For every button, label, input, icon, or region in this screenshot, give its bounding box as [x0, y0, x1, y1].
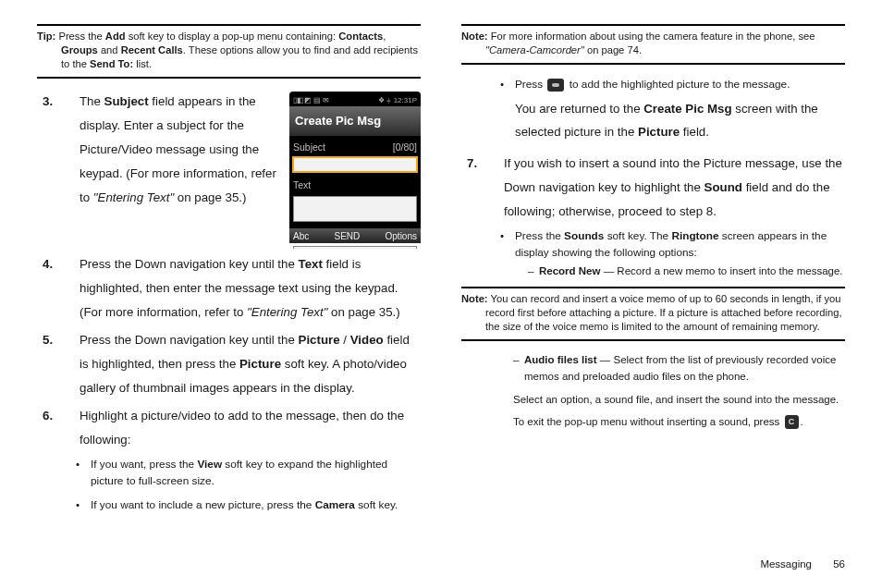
- note-box-1: Note: For more information about using t…: [461, 24, 845, 65]
- phone-picture-area: [293, 246, 417, 249]
- bullet-sounds: Press the Sounds soft key. The Ringtone …: [461, 227, 845, 279]
- phone-text-label: Text: [289, 174, 421, 194]
- option-audio-files: Audio files list — Select from the list …: [461, 352, 845, 385]
- note-lead: Note:: [461, 293, 488, 304]
- note-lead: Note:: [461, 31, 488, 42]
- phone-subject-input: [293, 157, 417, 172]
- bullet-camera: If you want to include a new picture, pr…: [37, 496, 421, 513]
- sounds-options: Record New — Record a new memo to insert…: [476, 263, 845, 279]
- step-number: 7.: [467, 152, 477, 176]
- exit-text: To exit the pop-up menu without insertin…: [461, 414, 845, 431]
- tip-box: Tip: Press the Add soft key to display a…: [37, 24, 421, 79]
- note1-text: Note: For more information about using t…: [461, 30, 845, 57]
- right-column: Note: For more information about using t…: [461, 22, 845, 562]
- page-footer: Messaging 56: [760, 558, 845, 570]
- step6-bullets: If you want, press the View soft key to …: [37, 456, 421, 514]
- footer-section: Messaging: [760, 558, 812, 570]
- step-4: 4. Press the Down navigation key until t…: [37, 252, 421, 325]
- step-number: 4.: [43, 252, 53, 276]
- phone-subject-count: [0/80]: [393, 138, 417, 156]
- ok-key-icon: [547, 79, 564, 92]
- phone-soft-left: Abc: [293, 227, 309, 246]
- step-5: 5. Press the Down navigation key until t…: [37, 328, 421, 400]
- phone-title: Create Pic Msg: [289, 106, 421, 135]
- audio-files-option: Audio files list — Select from the list …: [461, 352, 845, 385]
- note-box-2: Note: You can record and insert a voice …: [461, 287, 845, 341]
- phone-status-bar: ▯◧◩ ▤ ✉ ❖ ⏚ 12:31P: [289, 92, 421, 106]
- select-option-text: Select an option, a sound file, and inse…: [461, 392, 845, 409]
- step-6: 6. Highlight a picture/video to add to t…: [37, 404, 421, 452]
- step-7: 7. If you wish to insert a sound into th…: [461, 152, 845, 224]
- two-column-layout: Tip: Press the Add soft key to display a…: [37, 22, 845, 562]
- phone-soft-mid: SEND: [334, 227, 360, 246]
- tip-text: Tip: Press the Add soft key to display a…: [37, 30, 421, 71]
- c-key-icon: C: [785, 415, 799, 429]
- left-column: Tip: Press the Add soft key to display a…: [37, 22, 421, 562]
- tip-lead: Tip:: [37, 31, 55, 42]
- option-record-new: Record New — Record a new memo to insert…: [476, 263, 845, 279]
- phone-status-left: ▯◧◩ ▤ ✉: [293, 93, 329, 106]
- phone-softkeys: Abc SEND Options: [289, 228, 421, 243]
- phone-subject-label: Subject: [293, 138, 325, 156]
- bullet-view: If you want, press the View soft key to …: [37, 456, 421, 490]
- phone-soft-right: Options: [386, 227, 417, 246]
- phone-subject-row: Subject [0/80]: [289, 136, 421, 156]
- step-number: 5.: [43, 328, 53, 352]
- steps-list-left: ▯◧◩ ▤ ✉ ❖ ⏚ 12:31P Create Pic Msg Subjec…: [37, 90, 421, 451]
- phone-status-right: ❖ ⏚ 12:31P: [378, 93, 417, 106]
- step7-bullets: Press the Sounds soft key. The Ringtone …: [461, 227, 845, 279]
- step-number: 6.: [43, 404, 53, 428]
- footer-page: 56: [833, 558, 845, 570]
- steps-list-right: 7. If you wish to insert a sound into th…: [461, 152, 845, 224]
- press-ok-bullet: Press to add the highlighted picture to …: [461, 76, 845, 144]
- bullet-press-ok: Press to add the highlighted picture to …: [461, 76, 845, 144]
- phone-text-area: [293, 196, 417, 222]
- phone-screenshot: ▯◧◩ ▤ ✉ ❖ ⏚ 12:31P Create Pic Msg Subjec…: [289, 92, 421, 243]
- return-text: You are returned to the Create Pic Msg s…: [515, 97, 845, 145]
- note2-text: Note: You can record and insert a voice …: [461, 292, 845, 334]
- step-3: ▯◧◩ ▤ ✉ ❖ ⏚ 12:31P Create Pic Msg Subjec…: [37, 90, 421, 249]
